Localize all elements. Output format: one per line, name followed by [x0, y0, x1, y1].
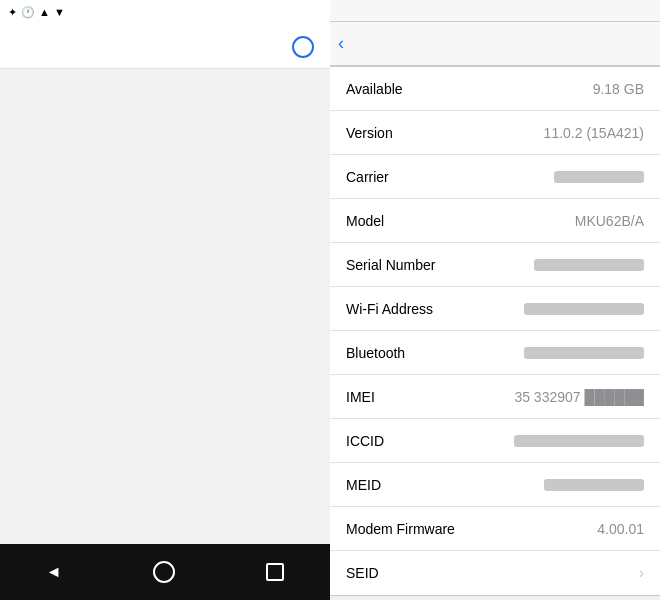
- ios-back-button[interactable]: ‹: [338, 33, 346, 54]
- ios-back-chevron-icon: ‹: [338, 33, 344, 54]
- android-status-left: ✦ 🕐 ▲ ▼: [8, 6, 65, 19]
- ios-row: Wi-Fi Address: [330, 287, 660, 331]
- ios-row-value: 35 332907 ██████: [514, 389, 644, 405]
- ios-status-bar: [330, 0, 660, 22]
- android-panel: ✦ 🕐 ▲ ▼ ◄: [0, 0, 330, 600]
- ios-list: Available9.18 GBVersion11.0.2 (15A421)Ca…: [330, 66, 660, 600]
- ios-row-label: Version: [346, 125, 393, 141]
- ios-row: IMEI35 332907 ██████: [330, 375, 660, 419]
- ios-row: ModelMKU62B/A: [330, 199, 660, 243]
- ios-row: Serial Number: [330, 243, 660, 287]
- android-status-bar: ✦ 🕐 ▲ ▼: [0, 0, 330, 24]
- android-recents-button[interactable]: [266, 563, 284, 581]
- ios-row-blurred-value: [554, 171, 644, 183]
- ios-row[interactable]: SEID›: [330, 551, 660, 595]
- ios-row-value: 4.00.01: [597, 521, 644, 537]
- ios-row-label: Wi-Fi Address: [346, 301, 433, 317]
- android-nav-bar: ◄: [0, 544, 330, 600]
- android-clock-icon: 🕐: [21, 6, 35, 19]
- ios-row-blurred-value: [514, 435, 644, 447]
- ios-row: Carrier: [330, 155, 660, 199]
- ios-row-value: MKU62B/A: [575, 213, 644, 229]
- android-signal-icon: ▲: [39, 6, 50, 18]
- ios-row-label: Modem Firmware: [346, 521, 455, 537]
- android-content: [0, 69, 330, 544]
- ios-row-label: Carrier: [346, 169, 389, 185]
- ios-row: Bluetooth: [330, 331, 660, 375]
- ios-row: Modem Firmware4.00.01: [330, 507, 660, 551]
- ios-panel: ‹ Available9.18 GBVersion11.0.2 (15A421)…: [330, 0, 660, 600]
- ios-row-blurred-value: [524, 303, 644, 315]
- ios-row: ICCID: [330, 419, 660, 463]
- ios-row-label: Serial Number: [346, 257, 435, 273]
- ios-row-value: 11.0.2 (15A421): [544, 125, 644, 141]
- android-home-button[interactable]: [153, 561, 175, 583]
- ios-row-label: IMEI: [346, 389, 375, 405]
- chevron-right-icon: ›: [639, 564, 644, 582]
- ios-row-blurred-value: [524, 347, 644, 359]
- ios-row-blurred-value: [534, 259, 644, 271]
- android-wifi-icon: ▼: [54, 6, 65, 18]
- android-bluetooth-icon: ✦: [8, 6, 17, 19]
- ios-section-gap-1: [330, 596, 660, 600]
- ios-row-label: MEID: [346, 477, 381, 493]
- ios-row: MEID: [330, 463, 660, 507]
- ios-row-blurred-value: [544, 479, 644, 491]
- ios-main-section: Available9.18 GBVersion11.0.2 (15A421)Ca…: [330, 66, 660, 596]
- ios-row-label: SEID: [346, 565, 379, 581]
- ios-row-label: Available: [346, 81, 403, 97]
- ios-row-value: 9.18 GB: [593, 81, 644, 97]
- ios-row-label: Model: [346, 213, 384, 229]
- android-back-button[interactable]: ◄: [46, 563, 62, 581]
- ios-row: Available9.18 GB: [330, 67, 660, 111]
- ios-nav-bar: ‹: [330, 22, 660, 66]
- ios-row: Version11.0.2 (15A421): [330, 111, 660, 155]
- android-info-icon[interactable]: [292, 36, 314, 58]
- ios-row-label: Bluetooth: [346, 345, 405, 361]
- android-header: [0, 24, 330, 69]
- ios-row-label: ICCID: [346, 433, 384, 449]
